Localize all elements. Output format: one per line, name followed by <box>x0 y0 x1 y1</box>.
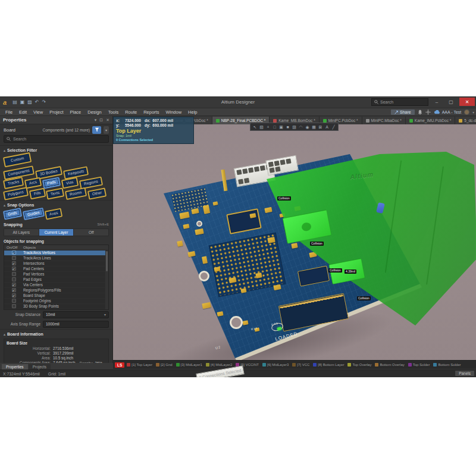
settings-gear-icon[interactable] <box>425 109 431 115</box>
panel-menu-icon[interactable]: ▾ <box>95 118 97 123</box>
checkbox[interactable]: ✓ <box>12 261 16 265</box>
layer-tab[interactable]: [8] Bottom Layer <box>312 362 345 367</box>
menu-item[interactable]: Window <box>162 109 184 115</box>
layer-tab[interactable]: [4] MidLayer2 <box>205 362 233 367</box>
tool-icon[interactable]: ▣ <box>278 125 284 129</box>
dropdown-icon[interactable]: ▾ <box>104 312 106 317</box>
snapping-mode-segment[interactable]: Off <box>74 229 108 236</box>
snap-toggle-button[interactable]: Axes <box>45 208 63 220</box>
snapping-object-row[interactable]: ✓ Board Shape <box>4 293 108 299</box>
selection-filter-chip[interactable]: Vias <box>61 177 79 189</box>
tool-icon[interactable]: + <box>265 125 271 129</box>
menu-item[interactable]: Place <box>67 109 84 115</box>
tool-icon[interactable]: ╱ <box>331 125 336 129</box>
snapping-object-row[interactable]: ✓ Regions/Polygons/Fills <box>4 288 108 293</box>
tool-icon[interactable]: ▨ <box>292 125 297 129</box>
snapping-object-row[interactable]: ✓ Intersections <box>4 261 108 267</box>
tool-icon[interactable]: ⊠ <box>318 125 323 129</box>
menu-item[interactable]: Help <box>185 109 200 115</box>
selection-filter-chip[interactable]: Arcs <box>24 177 42 189</box>
snap-options-section-header[interactable]: ▴ Snap Options <box>0 200 112 208</box>
document-tab[interactable]: MiniPC.MbaDoc * <box>362 117 406 124</box>
menu-item[interactable]: View <box>30 109 46 115</box>
account-dropdown-icon[interactable]: ▾ <box>472 111 474 114</box>
snap-distance-input[interactable]: 10mil▾ <box>43 311 109 318</box>
layer-tab[interactable]: Bottom Solder <box>432 362 462 367</box>
checkbox[interactable]: ✓ <box>12 267 16 271</box>
selection-filter-chip[interactable]: Polygons <box>3 187 29 200</box>
table-scrollbar[interactable] <box>105 250 108 309</box>
checkbox[interactable]: ✓ <box>12 283 16 287</box>
selection-filter-chip[interactable]: Pads <box>42 177 61 189</box>
selection-filter-chip[interactable]: Fills <box>29 187 46 199</box>
menu-item[interactable]: Project <box>46 109 66 115</box>
tool-icon[interactable]: ▦ <box>311 125 317 129</box>
checkbox[interactable]: ✓ <box>12 293 16 298</box>
board-information-section-header[interactable]: ▴ Board Information <box>0 329 112 337</box>
snapping-object-row[interactable]: ✓ Footprint Origins <box>4 299 108 304</box>
checkbox[interactable]: ✓ <box>12 304 16 308</box>
properties-search-input[interactable]: Search <box>4 135 109 143</box>
close-button[interactable]: ✕ <box>459 98 475 106</box>
menu-item[interactable]: Design <box>84 109 104 115</box>
snapping-object-row[interactable]: ✓ Pad Centers <box>4 267 108 272</box>
tool-icon[interactable]: A <box>324 125 330 129</box>
snapping-object-row[interactable]: ✓ Pad Edges <box>4 277 108 283</box>
account-area[interactable]: AAA - Test <box>434 110 462 114</box>
checkbox[interactable]: ✓ <box>12 299 16 303</box>
filter-funnel-button[interactable] <box>92 126 101 134</box>
snapping-object-row[interactable]: ✓ 3D Body Snap Points <box>4 304 108 309</box>
menu-item[interactable]: Edit <box>16 109 30 115</box>
filter-dropdown-button[interactable]: ▾ <box>104 126 109 134</box>
snap-toggle-button[interactable]: Guides <box>22 208 44 220</box>
document-tab[interactable]: 5_dc-dc_vcc5m-vcc3m.SchDoc <box>455 117 476 124</box>
user-avatar[interactable] <box>464 109 469 115</box>
snap-toggle-button[interactable]: Grids <box>3 208 22 220</box>
tool-icon[interactable]: ◉ <box>305 125 310 129</box>
menu-item[interactable]: Reports <box>140 109 162 115</box>
layer-tab[interactable]: Top Overlay <box>346 362 372 367</box>
pcb-3d-viewport[interactable]: Altium CollisionCollisionCollisionCollis… <box>113 124 476 360</box>
axis-snap-range-input[interactable]: 1000mil <box>43 321 109 328</box>
layer-tab[interactable]: [7] VCC <box>291 362 311 367</box>
tool-icon[interactable]: ◠ <box>298 125 303 129</box>
tool-icon[interactable]: ↖ <box>252 125 258 129</box>
selection-filter-chip[interactable]: Rooms <box>65 187 87 199</box>
checkbox[interactable]: ✓ <box>12 250 16 255</box>
panel-pin-icon[interactable]: ⊡ <box>99 118 103 123</box>
global-search-input[interactable]: Search <box>371 98 428 106</box>
layer-tab[interactable]: [2] Gnd <box>155 362 174 367</box>
menu-item[interactable]: File <box>2 109 15 115</box>
tool-icon[interactable]: ■ <box>285 125 290 129</box>
menu-item[interactable]: Route <box>122 109 140 115</box>
snapping-object-row[interactable]: ✓ Track/Arcs Lines <box>4 256 108 261</box>
menu-item[interactable]: Tools <box>105 109 122 115</box>
snapping-object-row[interactable]: ✓ Track/Arcs Vertices <box>4 250 108 256</box>
panel-tab[interactable]: Properties <box>2 364 28 369</box>
layer-tab[interactable]: Top Solder <box>407 362 431 367</box>
minimize-button[interactable]: – <box>431 98 443 106</box>
tool-icon[interactable]: □ <box>272 125 277 129</box>
panels-button[interactable]: Panels <box>455 371 474 376</box>
checkbox[interactable]: ✓ <box>12 272 16 276</box>
panel-close-icon[interactable]: ✕ <box>106 118 109 123</box>
snapping-object-row[interactable]: ✓ Via Centers <box>4 283 108 288</box>
restore-button[interactable]: ▢ <box>445 98 457 106</box>
layer-tab[interactable]: [1] Top Layer <box>126 362 154 367</box>
share-button[interactable]: Share <box>391 109 415 115</box>
custom-filter-button[interactable]: Custom <box>3 152 32 167</box>
layer-tab[interactable]: [6] MidLayer3 <box>261 362 290 367</box>
layer-tab[interactable]: Bottom Overlay <box>374 362 405 367</box>
layer-tab[interactable]: [3] MidLayer1 <box>175 362 203 367</box>
selection-filter-section-header[interactable]: ▴ Selection Filter <box>0 145 112 154</box>
layer-sets-button[interactable]: LS <box>115 362 124 368</box>
snapping-mode-segment[interactable]: Current Layer <box>39 229 74 236</box>
snapping-mode-segment[interactable]: All Layers <box>4 229 39 236</box>
checkbox[interactable]: ✓ <box>12 256 16 260</box>
snapping-object-row[interactable]: ✓ Pad Vertices <box>4 272 108 277</box>
filter-scope-label[interactable]: Components (and 12 more) <box>43 128 90 132</box>
panel-tab[interactable]: Projects <box>29 364 51 369</box>
selection-filter-chip[interactable]: Other <box>87 187 107 199</box>
checkbox[interactable]: ✓ <box>12 277 16 281</box>
document-tab[interactable]: Kame_IMU.PcbDoc * <box>406 117 455 124</box>
